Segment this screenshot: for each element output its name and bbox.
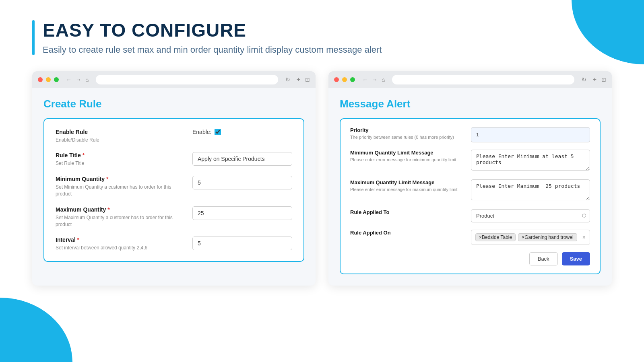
tag-gardening-trowel[interactable]: ×Gardening hand trowel — [518, 233, 577, 241]
min-qty-input-col — [192, 176, 292, 189]
dot-red-right — [334, 77, 339, 82]
save-button[interactable]: Save — [562, 252, 590, 265]
enable-rule-label-col: Enable Rule Enable/Disable Rule — [56, 129, 192, 144]
main-title: EASY TO CONFIGURE — [43, 20, 382, 41]
enable-rule-desc: Enable/Disable Rule — [56, 137, 186, 144]
priority-input-col — [471, 127, 590, 142]
enable-label: Enable: — [192, 129, 211, 135]
header-section: EASY TO CONFIGURE Easily to create rule … — [32, 20, 612, 55]
priority-field-name: Priority — [350, 127, 464, 133]
nav-forward-right[interactable]: → — [372, 76, 378, 83]
tag-bedside-table-label: ×Bedside Table — [479, 234, 512, 240]
min-qty-msg-input-col: Please Enter Minimum at least 5 products — [471, 150, 590, 172]
create-rule-card: Enable Rule Enable/Disable Rule Enable: — [43, 118, 304, 262]
enable-rule-input-col: Enable: — [192, 129, 292, 135]
rule-applied-on-row: Rule Applied On ×Bedside Table ×Gardenin… — [350, 230, 590, 245]
browser-nav-right: ← → ⌂ — [362, 76, 385, 83]
rule-title-input-col — [192, 152, 292, 166]
tag-gardening-trowel-label: ×Gardening hand trowel — [522, 234, 573, 240]
rule-applied-to-field-name: Rule Applied To — [350, 209, 464, 215]
nav-refresh-left[interactable]: ↻ — [285, 76, 290, 83]
min-qty-msg-textarea[interactable]: Please Enter Minimum at least 5 products — [471, 150, 590, 171]
tags-clear-button[interactable]: × — [582, 234, 586, 241]
enable-checkbox[interactable] — [215, 129, 221, 135]
rule-applied-to-select-wrapper: Product Category Cart ⬡ — [471, 209, 590, 222]
rule-title-input[interactable] — [192, 152, 292, 166]
max-qty-msg-label-col: Maximum Quantity Limit Message Please en… — [350, 179, 471, 193]
min-qty-label-col: Minimum Quantity * Set Minimum Quantity … — [56, 176, 192, 197]
browser-window-right: ← → ⌂ ↻ + ⊡ Message Alert Priority The p… — [328, 71, 612, 286]
dot-green-right — [350, 77, 355, 82]
dot-yellow-left — [46, 77, 51, 82]
priority-row: Priority The priority between same rules… — [350, 127, 590, 142]
tag-bedside-table[interactable]: ×Bedside Table — [475, 233, 516, 241]
max-qty-desc: Set Maximum Quantity a customer has to o… — [56, 214, 186, 228]
rule-applied-to-select[interactable]: Product Category Cart — [471, 209, 590, 222]
browsers-row: ← → ⌂ ↻ + ⊡ Create Rule Enable Rule Enab… — [32, 71, 612, 286]
rule-applied-on-label-col: Rule Applied On — [350, 230, 471, 236]
priority-label-col: Priority The priority between same rules… — [350, 127, 471, 140]
interval-row: Interval * Set interval between allowed … — [56, 237, 292, 251]
max-qty-msg-field-name: Maximum Quantity Limit Message — [350, 179, 464, 185]
min-qty-name: Minimum Quantity * — [56, 176, 186, 182]
interval-label-col: Interval * Set interval between allowed … — [56, 237, 192, 251]
nav-back-right[interactable]: ← — [362, 76, 368, 83]
max-qty-input[interactable] — [192, 206, 292, 220]
nav-menu-right[interactable]: ⊡ — [601, 76, 606, 83]
max-qty-row: Maximum Quantity * Set Maximum Quantity … — [56, 206, 292, 228]
browser-bar-right: ← → ⌂ ↻ + ⊡ — [328, 71, 612, 88]
priority-field-desc: The priority between same rules (0 has m… — [350, 134, 464, 140]
min-qty-input[interactable] — [192, 176, 292, 189]
nav-home-right[interactable]: ⌂ — [382, 76, 385, 83]
interval-input[interactable] — [192, 237, 292, 250]
rule-title-row: Rule Title * Set Rule Title — [56, 152, 292, 167]
nav-back-left[interactable]: ← — [66, 76, 72, 83]
nav-plus-right[interactable]: + — [593, 76, 597, 83]
rule-applied-on-input-col: ×Bedside Table ×Gardening hand trowel × — [471, 230, 590, 245]
interval-name: Interval * — [56, 237, 186, 243]
max-qty-msg-field-desc: Please enter error message for maximum q… — [350, 187, 464, 193]
btn-row: Back Save — [350, 252, 590, 265]
rule-title-label-col: Rule Title * Set Rule Title — [56, 152, 192, 167]
enable-rule-row: Enable Rule Enable/Disable Rule Enable: — [56, 129, 292, 144]
browser-nav-left: ← → ⌂ — [66, 76, 89, 83]
message-alert-card: Priority The priority between same rules… — [340, 118, 601, 274]
interval-input-col — [192, 237, 292, 250]
nav-refresh-right[interactable]: ↻ — [582, 76, 586, 83]
nav-home-left[interactable]: ⌂ — [85, 76, 89, 83]
max-qty-label-col: Maximum Quantity * Set Maximum Quantity … — [56, 206, 192, 228]
max-qty-input-col — [192, 206, 292, 220]
browser-window-left: ← → ⌂ ↻ + ⊡ Create Rule Enable Rule Enab… — [32, 71, 316, 286]
header-border — [32, 20, 35, 55]
nav-plus-left[interactable]: + — [297, 76, 300, 83]
min-qty-msg-field-desc: Please enter error message for minimum q… — [350, 157, 464, 163]
rule-applied-on-field-name: Rule Applied On — [350, 230, 464, 236]
dot-red-left — [38, 77, 43, 82]
back-button[interactable]: Back — [529, 252, 558, 265]
browser-bar-left: ← → ⌂ ↻ + ⊡ — [32, 71, 316, 88]
url-bar-left — [96, 75, 278, 84]
interval-desc: Set interval between allowed quantity 2,… — [56, 245, 186, 251]
enable-row: Enable: — [192, 129, 221, 135]
message-alert-title: Message Alert — [340, 98, 601, 110]
min-qty-msg-label-col: Minimum Quantity Limit Message Please en… — [350, 150, 471, 163]
rule-applied-to-input-col: Product Category Cart ⬡ — [471, 209, 590, 222]
min-qty-msg-field-name: Minimum Quantity Limit Message — [350, 150, 464, 156]
url-bar-right — [392, 75, 574, 84]
nav-menu-left[interactable]: ⊡ — [305, 76, 310, 83]
max-qty-msg-input-col: Please Enter Maximum 25 products — [471, 179, 590, 202]
priority-input[interactable] — [471, 127, 590, 142]
create-rule-title: Create Rule — [43, 98, 304, 110]
min-qty-msg-row: Minimum Quantity Limit Message Please en… — [350, 150, 590, 172]
max-qty-msg-textarea[interactable]: Please Enter Maximum 25 products — [471, 179, 590, 200]
max-qty-msg-row: Maximum Quantity Limit Message Please en… — [350, 179, 590, 202]
browser-body-left: Create Rule Enable Rule Enable/Disable R… — [32, 88, 316, 274]
rule-title-name: Rule Title * — [56, 152, 186, 158]
rule-applied-to-label-col: Rule Applied To — [350, 209, 471, 215]
nav-forward-left[interactable]: → — [76, 76, 81, 83]
blob-bottom-left — [0, 298, 72, 362]
tags-box[interactable]: ×Bedside Table ×Gardening hand trowel × — [471, 230, 590, 245]
browser-body-right: Message Alert Priority The priority betw… — [328, 88, 612, 286]
min-qty-row: Minimum Quantity * Set Minimum Quantity … — [56, 176, 292, 197]
dot-green-left — [54, 77, 59, 82]
